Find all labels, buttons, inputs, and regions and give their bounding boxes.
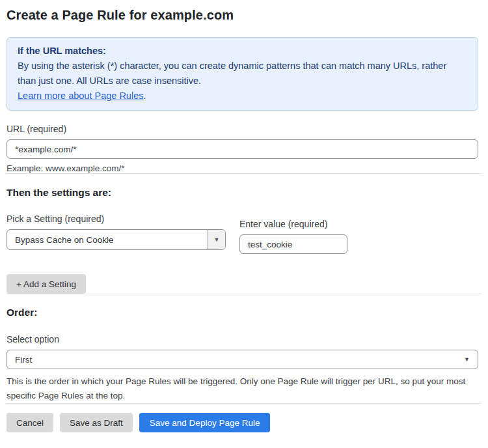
setting-value-column: Enter value (required) — [239, 219, 347, 254]
caret-down-icon: ▼ — [464, 357, 470, 363]
order-heading: Order: — [7, 307, 481, 318]
order-select-label: Select option — [7, 334, 481, 344]
learn-more-link[interactable]: Learn more about Page Rules — [18, 91, 143, 101]
add-setting-button[interactable]: + Add a Setting — [7, 274, 86, 294]
url-label: URL (required) — [7, 124, 481, 134]
page-title: Create a Page Rule for example.com — [7, 8, 481, 23]
save-deploy-button[interactable]: Save and Deploy Page Rule — [139, 413, 271, 432]
url-example: Example: www.example.com/* — [7, 163, 481, 173]
order-select-value: First — [7, 355, 464, 365]
settings-heading: Then the settings are: — [7, 187, 481, 199]
order-help-text: This is the order in which your Page Rul… — [7, 374, 472, 403]
info-box-body: By using the asterisk (*) character, you… — [18, 59, 467, 89]
settings-row: Pick a Setting (required) Bypass Cache o… — [7, 214, 481, 254]
divider — [7, 294, 481, 294]
link-suffix: . — [143, 91, 146, 101]
cancel-button[interactable]: Cancel — [7, 413, 53, 432]
page-rule-form: Create a Page Rule for example.com If th… — [0, 0, 488, 432]
info-box-link-row: Learn more about Page Rules. — [18, 89, 467, 104]
setting-dropdown-button[interactable]: ▼ — [208, 230, 225, 249]
setting-value-input[interactable] — [239, 234, 347, 254]
divider — [7, 173, 481, 174]
caret-down-icon: ▼ — [214, 237, 220, 243]
setting-label: Pick a Setting (required) — [7, 214, 226, 224]
url-match-info-box: If the URL matches: By using the asteris… — [7, 37, 478, 111]
divider — [7, 403, 481, 404]
setting-picker-column: Pick a Setting (required) Bypass Cache o… — [7, 214, 226, 250]
action-buttons: Cancel Save as Draft Save and Deploy Pag… — [7, 413, 481, 432]
save-draft-button[interactable]: Save as Draft — [60, 413, 133, 432]
info-box-heading: If the URL matches: — [18, 44, 467, 59]
url-section: URL (required) Example: www.example.com/… — [7, 124, 481, 173]
order-select[interactable]: First ▼ — [7, 350, 478, 369]
setting-dropdown-value: Bypass Cache on Cookie — [7, 235, 208, 245]
url-input[interactable] — [7, 139, 478, 159]
value-label: Enter value (required) — [239, 219, 347, 229]
setting-dropdown[interactable]: Bypass Cache on Cookie ▼ — [7, 229, 226, 250]
